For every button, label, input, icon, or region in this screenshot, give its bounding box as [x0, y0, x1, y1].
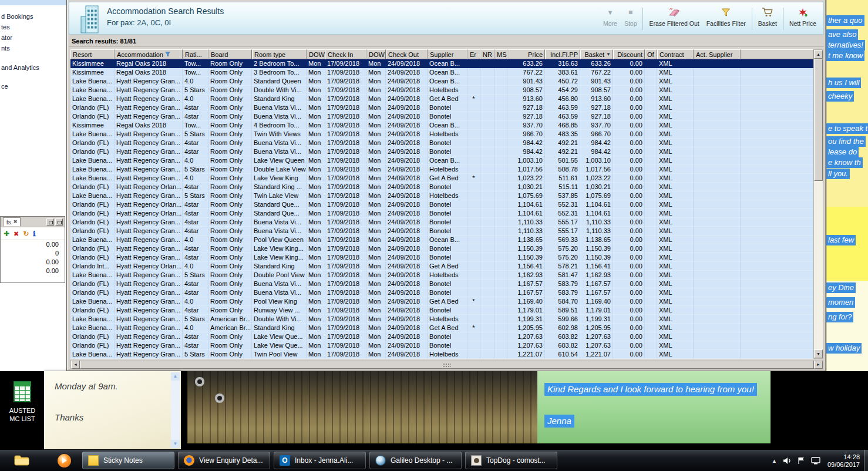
- column-header[interactable]: MS: [494, 49, 507, 59]
- table-cell[interactable]: 24/09/2018: [386, 253, 428, 262]
- table-cell[interactable]: Mon: [366, 200, 386, 209]
- sidebar-item[interactable]: nts: [0, 43, 66, 53]
- table-cell[interactable]: [480, 112, 494, 121]
- table-row[interactable]: KissimmeeRegal Oaks 2018Tow...Room Only2…: [70, 59, 813, 68]
- table-cell[interactable]: Double Lake View: [252, 165, 307, 174]
- table-cell[interactable]: Mon: [307, 174, 325, 183]
- column-header[interactable]: Supplier: [428, 49, 467, 59]
- table-row[interactable]: Orlando (FL)Hyatt Regency Orlan...4starR…: [70, 200, 813, 209]
- table-cell[interactable]: [467, 253, 480, 262]
- basket-button[interactable]: Basket: [755, 4, 780, 33]
- table-cell[interactable]: 17/09/2018: [325, 332, 366, 341]
- table-cell[interactable]: [741, 86, 813, 95]
- table-cell[interactable]: 0.00: [613, 324, 645, 332]
- table-cell[interactable]: [480, 156, 494, 165]
- table-cell[interactable]: Hyatt Regency Gran...: [115, 86, 183, 95]
- table-cell[interactable]: 463.59: [545, 103, 580, 112]
- table-cell[interactable]: Mon: [366, 156, 386, 165]
- table-cell[interactable]: [694, 297, 741, 306]
- facilities-filter-button[interactable]: Facilities Filter: [703, 4, 749, 33]
- table-cell[interactable]: 492.21: [545, 139, 580, 147]
- table-cell[interactable]: XML: [657, 315, 694, 324]
- table-cell[interactable]: Mon: [366, 130, 386, 139]
- table-cell[interactable]: 1,104.61: [580, 209, 613, 218]
- table-cell[interactable]: [645, 271, 657, 280]
- table-cell[interactable]: Hyatt Regency Gran...: [115, 130, 183, 139]
- table-cell[interactable]: [480, 324, 494, 332]
- table-cell[interactable]: 17/09/2018: [325, 130, 366, 139]
- taskbar-button[interactable]: OInbox - Jenna.Ali...: [274, 452, 366, 469]
- table-cell[interactable]: Hyatt Regency Gran...: [115, 315, 183, 324]
- table-cell[interactable]: 1,023.22: [507, 174, 545, 183]
- table-cell[interactable]: Bonotel: [428, 112, 467, 121]
- table-cell[interactable]: [645, 191, 657, 200]
- table-cell[interactable]: 633.26: [580, 59, 613, 68]
- table-cell[interactable]: Mon: [307, 95, 325, 103]
- table-cell[interactable]: XML: [657, 306, 694, 315]
- table-cell[interactable]: 767.22: [507, 68, 545, 77]
- table-cell[interactable]: 492.21: [545, 147, 580, 156]
- table-cell[interactable]: [741, 209, 813, 218]
- table-cell[interactable]: Hotelbeds: [428, 350, 467, 359]
- table-cell[interactable]: 17/09/2018: [325, 262, 366, 271]
- table-cell[interactable]: 24/09/2018: [386, 59, 428, 68]
- table-cell[interactable]: Get A Bed: [428, 297, 467, 306]
- table-cell[interactable]: 0.00: [613, 121, 645, 130]
- table-cell[interactable]: 456.80: [545, 95, 580, 103]
- table-cell[interactable]: Orlando (FL): [70, 200, 115, 209]
- table-cell[interactable]: [741, 297, 813, 306]
- table-cell[interactable]: [741, 227, 813, 236]
- table-cell[interactable]: XML: [657, 103, 694, 112]
- table-cell[interactable]: XML: [657, 156, 694, 165]
- table-cell[interactable]: 610.54: [545, 350, 580, 359]
- table-cell[interactable]: [645, 121, 657, 130]
- table-cell[interactable]: Hyatt Regency Gran...: [115, 288, 183, 297]
- table-cell[interactable]: XML: [657, 147, 694, 156]
- table-cell[interactable]: Twin With Views: [252, 130, 307, 139]
- table-cell[interactable]: Tow...: [183, 68, 208, 77]
- table-row[interactable]: Orlando (FL)Hyatt Regency Gran...4starRo…: [70, 253, 813, 262]
- table-cell[interactable]: Regal Oaks 2018: [115, 68, 183, 77]
- sticky-note-monday[interactable]: Monday at 9am. Thanks ▲ ▼: [44, 371, 181, 449]
- table-cell[interactable]: Room Only: [208, 174, 252, 183]
- table-cell[interactable]: 24/09/2018: [386, 288, 428, 297]
- table-row[interactable]: Orlando (FL)Hyatt Regency Orlan...4starR…: [70, 209, 813, 218]
- table-cell[interactable]: 4star: [183, 288, 208, 297]
- table-cell[interactable]: 1,104.61: [507, 209, 545, 218]
- table-cell[interactable]: Lake Buena...: [70, 165, 115, 174]
- table-cell[interactable]: Mon: [307, 306, 325, 315]
- table-cell[interactable]: Hyatt Regency Gran...: [115, 324, 183, 332]
- table-cell[interactable]: 17/09/2018: [325, 315, 366, 324]
- table-cell[interactable]: [694, 332, 741, 341]
- table-cell[interactable]: [741, 147, 813, 156]
- table-cell[interactable]: Room Only: [208, 244, 252, 253]
- table-cell[interactable]: 1,162.93: [580, 271, 613, 280]
- table-cell[interactable]: XML: [657, 227, 694, 236]
- table-cell[interactable]: *: [467, 297, 480, 306]
- table-cell[interactable]: 4.0: [183, 262, 208, 271]
- table-cell[interactable]: [694, 244, 741, 253]
- table-cell[interactable]: Mon: [366, 165, 386, 174]
- table-cell[interactable]: 1,156.41: [507, 262, 545, 271]
- table-row[interactable]: Orlando Int...Hyatt Regency Orlan...4.0R…: [70, 262, 813, 271]
- table-cell[interactable]: [741, 244, 813, 253]
- table-cell[interactable]: [494, 77, 507, 86]
- table-cell[interactable]: Room Only: [208, 297, 252, 306]
- taskbar-button[interactable]: View Enquiry Deta...: [178, 452, 270, 469]
- table-vertical-scrollbar[interactable]: ▲ ▼: [813, 49, 823, 359]
- table-cell[interactable]: 1,179.01: [580, 306, 613, 315]
- column-header[interactable]: Check Out: [386, 49, 428, 59]
- table-cell[interactable]: [741, 165, 813, 174]
- table-cell[interactable]: [480, 244, 494, 253]
- table-cell[interactable]: 575.20: [545, 244, 580, 253]
- table-cell[interactable]: Bonotel: [428, 341, 467, 350]
- table-row[interactable]: Orlando (FL)Hyatt Regency Gran...4starRo…: [70, 306, 813, 315]
- table-cell[interactable]: Mon: [307, 165, 325, 174]
- table-cell[interactable]: [741, 191, 813, 200]
- table-cell[interactable]: Hyatt Regency Gran...: [115, 236, 183, 244]
- table-cell[interactable]: 24/09/2018: [386, 297, 428, 306]
- table-cell[interactable]: [694, 174, 741, 183]
- table-cell[interactable]: [480, 59, 494, 68]
- table-row[interactable]: Lake Buena...Hyatt Regency Gran...5 Star…: [70, 86, 813, 95]
- table-cell[interactable]: Lake Buena...: [70, 95, 115, 103]
